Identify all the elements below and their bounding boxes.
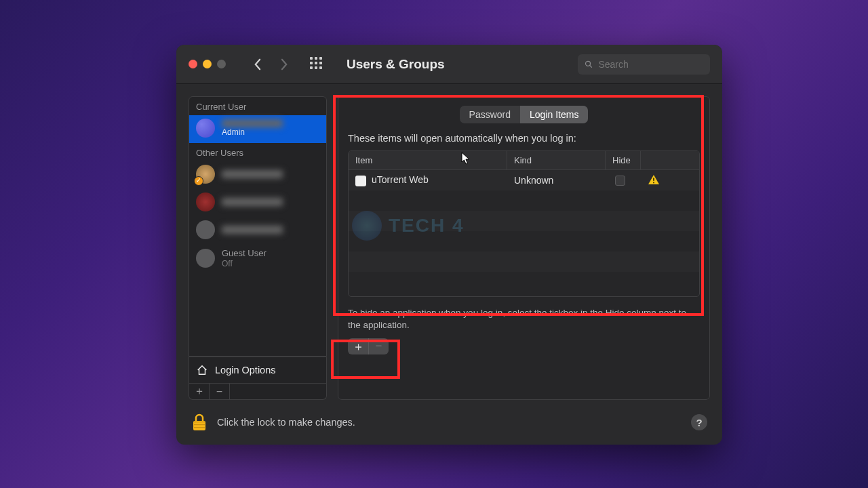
lock-icon[interactable] [191, 413, 208, 432]
window-title: Users & Groups [347, 57, 568, 72]
minimize-button[interactable] [203, 60, 212, 68]
avatar [196, 165, 215, 184]
current-user-row[interactable]: Admin [189, 115, 326, 143]
close-button[interactable] [189, 60, 197, 68]
help-button[interactable]: ? [691, 414, 707, 430]
svg-point-0 [586, 61, 591, 66]
tab-password[interactable]: Password [460, 106, 520, 123]
user-name-redacted [222, 170, 283, 178]
guest-name: Guest User [222, 248, 267, 259]
svg-rect-3 [653, 182, 654, 183]
login-items-description: These items will open automatically when… [348, 133, 700, 144]
search-icon [585, 60, 593, 69]
show-all-icon[interactable] [310, 57, 325, 72]
avatar [196, 119, 215, 138]
maximize-button [217, 60, 226, 68]
svg-line-1 [590, 65, 592, 67]
item-name: uTorrent Web [372, 174, 429, 185]
hide-checkbox[interactable] [615, 176, 625, 186]
login-items-table: Item Kind Hide uTorrent Web Unknown TECH [348, 150, 700, 297]
titlebar: Users & Groups [176, 45, 722, 84]
user-list: Current User Admin Other Users [189, 96, 327, 357]
guest-status: Off [222, 259, 267, 268]
avatar [196, 249, 215, 268]
login-options-button[interactable]: Login Options [189, 357, 327, 384]
preferences-window: Users & Groups Current User Admin Other … [176, 45, 722, 445]
col-item[interactable]: Item [349, 151, 507, 169]
table-row[interactable]: uTorrent Web Unknown [349, 170, 699, 190]
user-name-redacted [222, 198, 283, 206]
house-icon [196, 364, 208, 376]
main-panel: Password Login Items These items will op… [338, 96, 710, 400]
lock-text: Click the lock to make changes. [217, 417, 682, 428]
avatar [196, 220, 215, 239]
user-add-remove: ＋ − [189, 384, 327, 400]
item-add-remove: ＋ − [348, 338, 389, 354]
search-input[interactable] [598, 59, 703, 70]
user-name-redacted [222, 119, 283, 127]
tab-bar: Password Login Items [348, 106, 700, 123]
other-user-row[interactable] [189, 161, 326, 189]
traffic-lights [189, 60, 226, 68]
svg-rect-7 [194, 427, 205, 428]
user-role: Admin [222, 127, 283, 137]
other-user-row[interactable] [189, 217, 326, 245]
add-item-button[interactable]: ＋ [348, 338, 368, 354]
sidebar: Current User Admin Other Users [189, 96, 327, 400]
avatar [196, 192, 215, 211]
col-spacer [641, 151, 699, 169]
footer: Click the lock to make changes. ? [176, 400, 722, 445]
nav-buttons [248, 55, 294, 74]
warning-icon [648, 174, 660, 185]
back-button[interactable] [248, 55, 267, 74]
svg-rect-6 [194, 424, 205, 425]
tab-login-items[interactable]: Login Items [520, 106, 588, 123]
hide-hint: To hide an application when you log in, … [348, 307, 700, 331]
remove-item-button: − [368, 338, 389, 354]
guest-user-row[interactable]: Guest User Off [189, 245, 326, 274]
search-field[interactable] [578, 54, 710, 75]
other-user-row[interactable] [189, 189, 326, 217]
user-name-redacted [222, 226, 283, 234]
add-user-button: ＋ [189, 384, 210, 399]
login-options-label: Login Options [215, 365, 275, 375]
other-users-label: Other Users [189, 143, 326, 161]
col-kind[interactable]: Kind [507, 151, 606, 169]
col-hide[interactable]: Hide [606, 151, 641, 169]
remove-user-button: − [210, 384, 230, 399]
item-kind: Unknown [507, 175, 606, 186]
forward-button [275, 55, 294, 74]
app-icon [355, 176, 366, 186]
current-user-label: Current User [189, 97, 326, 115]
svg-rect-2 [653, 178, 654, 180]
svg-rect-5 [194, 422, 205, 422]
